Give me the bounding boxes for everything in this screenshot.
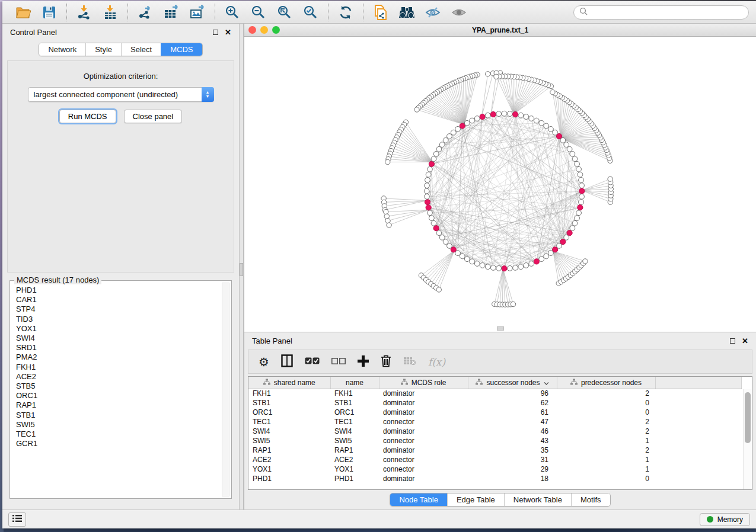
network-node[interactable] bbox=[572, 220, 578, 226]
cell-mcds-role[interactable]: dominator bbox=[379, 427, 468, 436]
zoom-out-button[interactable] bbox=[248, 4, 269, 21]
mcds-result-item[interactable]: TEC1 bbox=[16, 430, 229, 439]
tab-style[interactable]: Style bbox=[85, 43, 121, 56]
cell-name[interactable]: SWI5 bbox=[330, 436, 379, 446]
cell-shared-name[interactable]: STB1 bbox=[248, 398, 330, 408]
network-node[interactable] bbox=[579, 177, 584, 182]
cell-name[interactable]: FKH1 bbox=[330, 389, 379, 398]
import-table-button[interactable] bbox=[100, 4, 121, 21]
network-node[interactable] bbox=[455, 126, 461, 132]
mcds-result-item[interactable]: SWI4 bbox=[16, 334, 229, 343]
dominator-node[interactable] bbox=[429, 161, 434, 166]
mcds-result-item[interactable]: TID3 bbox=[16, 315, 229, 324]
leaf-node[interactable] bbox=[485, 72, 490, 76]
cell-successor-nodes[interactable]: 18 bbox=[468, 474, 557, 483]
network-node[interactable] bbox=[443, 137, 448, 143]
cell-name[interactable]: STB1 bbox=[330, 398, 379, 408]
zoom-selected-button[interactable] bbox=[300, 4, 321, 21]
network-node[interactable] bbox=[464, 120, 470, 126]
cell-name[interactable]: RAP1 bbox=[330, 446, 379, 455]
network-node[interactable] bbox=[443, 239, 448, 245]
float-panel-icon[interactable] bbox=[213, 30, 218, 35]
network-node[interactable] bbox=[518, 113, 524, 118]
network-node[interactable] bbox=[490, 265, 496, 270]
leaf-node[interactable] bbox=[494, 74, 499, 79]
cell-successor-nodes[interactable]: 61 bbox=[468, 408, 557, 417]
column-header-name[interactable]: name bbox=[330, 377, 379, 389]
deselect-all-button[interactable] bbox=[331, 357, 346, 366]
leaf-node[interactable] bbox=[511, 302, 515, 306]
network-node[interactable] bbox=[579, 194, 585, 199]
network-canvas[interactable] bbox=[244, 37, 756, 332]
cell-name[interactable]: PHD1 bbox=[330, 474, 379, 483]
hide-selected-button[interactable] bbox=[422, 4, 444, 21]
maximize-window-icon[interactable] bbox=[272, 26, 280, 34]
tab-network[interactable]: Network bbox=[39, 43, 85, 56]
run-mcds-button[interactable]: Run MCDS bbox=[59, 110, 116, 123]
mcds-result-item[interactable]: STB5 bbox=[16, 382, 229, 391]
column-header-mcds-role[interactable]: MCDS role bbox=[379, 377, 468, 389]
dominator-node[interactable] bbox=[578, 205, 583, 210]
network-node[interactable] bbox=[564, 142, 569, 148]
cell-mcds-role[interactable]: dominator bbox=[379, 389, 468, 398]
cell-predecessor-nodes[interactable]: 0 bbox=[557, 474, 655, 483]
network-node[interactable] bbox=[534, 118, 539, 123]
table-row[interactable]: RAP1RAP1dominator352 bbox=[248, 446, 741, 455]
network-node[interactable] bbox=[439, 235, 445, 240]
network-node[interactable] bbox=[496, 111, 502, 117]
cell-shared-name[interactable]: ACE2 bbox=[248, 455, 330, 464]
zoom-in-button[interactable] bbox=[222, 4, 243, 21]
cell-shared-name[interactable]: SWI5 bbox=[248, 436, 330, 446]
tab-motifs[interactable]: Motifs bbox=[571, 493, 610, 506]
network-node[interactable] bbox=[529, 261, 534, 267]
function-builder-button[interactable]: f(x) bbox=[428, 356, 445, 368]
mcds-result-item[interactable]: GCR1 bbox=[16, 439, 229, 448]
mcds-result-item[interactable]: SWI5 bbox=[16, 420, 229, 430]
cell-mcds-role[interactable]: dominator bbox=[379, 408, 468, 417]
table-row[interactable]: ORC1ORC1dominator610 bbox=[248, 408, 741, 417]
mcds-result-item[interactable]: YOX1 bbox=[16, 324, 229, 334]
table-scrollbar[interactable] bbox=[743, 389, 752, 489]
cell-mcds-role[interactable]: dominator bbox=[379, 398, 468, 408]
network-node[interactable] bbox=[539, 257, 544, 262]
cell-shared-name[interactable]: TEC1 bbox=[248, 417, 330, 427]
leaf-node[interactable] bbox=[387, 223, 391, 227]
network-node[interactable] bbox=[507, 111, 512, 117]
export-image-button[interactable] bbox=[187, 4, 208, 21]
table-scrollbar-thumb[interactable] bbox=[745, 392, 751, 443]
leaf-node[interactable] bbox=[608, 177, 613, 181]
mcds-result-item[interactable]: STB1 bbox=[16, 411, 229, 420]
table-settings-button[interactable]: ⚙ bbox=[259, 356, 269, 368]
add-row-button[interactable] bbox=[358, 355, 369, 368]
close-panel-button[interactable]: Close panel bbox=[124, 110, 183, 123]
network-titlebar[interactable]: YPA_prune.txt_1 bbox=[244, 24, 756, 37]
import-network-button[interactable] bbox=[74, 4, 95, 21]
delete-row-button[interactable] bbox=[381, 355, 391, 369]
delete-table-button[interactable] bbox=[403, 356, 416, 367]
network-node[interactable] bbox=[431, 220, 436, 226]
export-table-button[interactable] bbox=[161, 4, 182, 21]
network-node[interactable] bbox=[433, 151, 439, 156]
network-node[interactable] bbox=[576, 210, 582, 216]
network-node[interactable] bbox=[485, 113, 490, 118]
network-node[interactable] bbox=[436, 230, 442, 236]
cell-shared-name[interactable]: RAP1 bbox=[248, 446, 330, 455]
network-node[interactable] bbox=[570, 151, 575, 156]
mcds-result-item[interactable]: PMA2 bbox=[16, 352, 229, 362]
network-node[interactable] bbox=[447, 134, 452, 139]
network-node[interactable] bbox=[474, 261, 480, 267]
table-row[interactable]: PHD1PHD1dominator180 bbox=[248, 474, 741, 483]
minimize-window-icon[interactable] bbox=[260, 26, 268, 34]
network-node[interactable] bbox=[507, 265, 512, 271]
close-window-icon[interactable] bbox=[248, 26, 256, 34]
cell-predecessor-nodes[interactable]: 2 bbox=[557, 389, 655, 398]
leaf-node[interactable] bbox=[436, 287, 441, 292]
tab-select[interactable]: Select bbox=[121, 43, 161, 56]
network-node[interactable] bbox=[439, 142, 445, 148]
network-node[interactable] bbox=[474, 116, 480, 121]
cell-mcds-role[interactable]: dominator bbox=[379, 474, 468, 483]
select-all-button[interactable] bbox=[305, 357, 320, 366]
network-node[interactable] bbox=[576, 166, 582, 172]
network-node[interactable] bbox=[560, 137, 566, 143]
optimization-criterion-select[interactable]: largest connected component (undirected)… bbox=[28, 87, 214, 102]
